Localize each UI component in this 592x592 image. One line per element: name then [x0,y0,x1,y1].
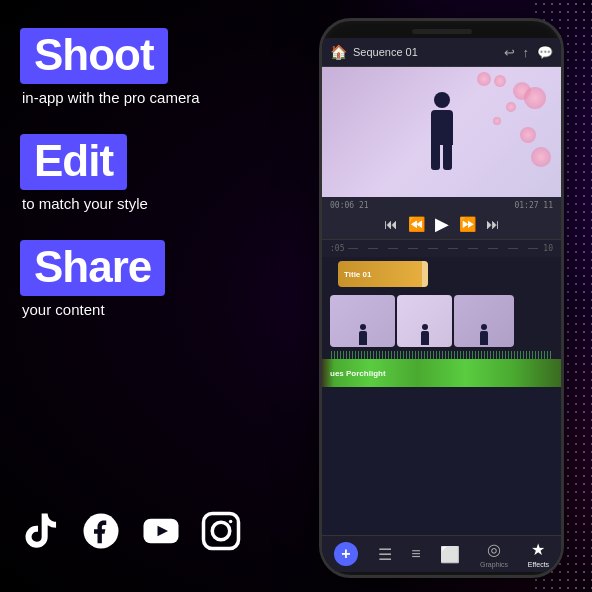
edit-block: Edit to match your style [20,134,260,230]
home-icon[interactable]: 🏠 [330,44,347,60]
vt-figure-3 [480,324,488,345]
video-preview [322,67,561,197]
title-clip-handle[interactable] [422,261,428,287]
video-clip-2[interactable] [397,295,452,347]
effects-label: Effects [528,561,549,568]
youtube-icon[interactable] [140,510,182,552]
tool-item-1[interactable]: ≡ [411,545,420,563]
bubble-8 [493,117,501,125]
frame-forward-icon[interactable]: ⏩ [459,216,476,232]
color-icon[interactable]: ⬜ [440,545,460,564]
current-time: 00:06 21 [330,201,369,210]
ruler-label-2: 10 [543,244,553,253]
sil-body [431,110,453,145]
left-panel: Shoot in-app with the pro camera Edit to… [0,0,280,592]
svg-point-5 [229,520,233,524]
bubble-4 [477,72,491,86]
bubble-7 [531,147,551,167]
video-clip-3[interactable] [454,295,514,347]
add-button[interactable]: + [334,542,358,566]
time-row: 00:06 21 01:27 11 [330,201,553,210]
tool-item-effects[interactable]: ★ Effects [528,540,549,568]
share-label: Share [20,240,165,296]
sequence-title: Sequence 01 [353,46,498,58]
share-sublabel: your content [20,301,260,318]
skip-forward-icon[interactable]: ⏭ [486,216,500,232]
transport-bar: 00:06 21 01:27 11 ⏮ ⏪ ▶ ⏩ ⏭ [322,197,561,239]
shoot-sublabel: in-app with the pro camera [20,89,260,106]
ruler-line [348,248,539,249]
video-waveform [330,351,553,359]
vt-figure-2 [421,324,429,345]
audio-track-label: ues Porchlight [330,369,386,378]
sil-head [434,92,450,108]
bubble-3 [524,87,546,109]
header-actions: ↩ ↑ 💬 [504,45,554,60]
tool-item-2[interactable]: ⬜ [440,545,460,564]
app-screen: 🏠 Sequence 01 ↩ ↑ 💬 [322,38,561,572]
shoot-block: Shoot in-app with the pro camera [20,28,260,124]
title-clip[interactable]: Title 01 [338,261,428,287]
bubble-2 [494,75,506,87]
bubble-6 [520,127,536,143]
bubble-5 [506,102,516,112]
edit-label: Edit [20,134,127,190]
sil-leg-left [431,145,440,170]
effects-icon[interactable]: ★ [531,540,545,559]
facebook-icon[interactable] [80,510,122,552]
svg-rect-3 [204,514,239,549]
shoot-label: Shoot [20,28,168,84]
tiktok-icon[interactable] [20,510,62,552]
vt-head-2 [422,324,428,330]
instagram-icon[interactable] [200,510,242,552]
sil-leg-right [443,145,452,170]
vt-head-1 [360,324,366,330]
graphics-icon[interactable]: ◎ [487,540,501,559]
share-icon[interactable]: ↑ [523,45,530,60]
sil-legs [422,145,462,170]
svg-point-4 [212,522,230,540]
vt-figure-1 [359,324,367,345]
back-icon[interactable]: ↩ [504,45,515,60]
video-track [322,291,561,351]
person-silhouette [422,92,462,172]
app-header: 🏠 Sequence 01 ↩ ↑ 💬 [322,38,561,67]
title-clip-label: Title 01 [344,270,371,279]
trim-icon[interactable]: ≡ [411,545,420,563]
phone-mockup: 🏠 Sequence 01 ↩ ↑ 💬 [319,18,564,578]
controls-row: ⏮ ⏪ ▶ ⏩ ⏭ [330,213,553,235]
bottom-toolbar: + ☰ ≡ ⬜ ◎ Graphics ★ Effects [322,535,561,572]
share-block: Share your content [20,240,260,336]
title-track: Title 01 [322,257,561,291]
tool-item-graphics[interactable]: ◎ Graphics [480,540,508,568]
graphics-label: Graphics [480,561,508,568]
timeline-ruler: :05 10 [322,239,561,257]
media-icon[interactable]: ☰ [378,545,392,564]
frame-back-icon[interactable]: ⏪ [408,216,425,232]
vt-body-3 [480,331,488,345]
vt-head-3 [481,324,487,330]
vt-body-1 [359,331,367,345]
tool-item-0[interactable]: ☰ [378,545,392,564]
ruler-label-1: :05 [330,244,344,253]
total-time: 01:27 11 [514,201,553,210]
play-icon[interactable]: ▶ [435,213,449,235]
audio-track: ues Porchlight [322,359,561,387]
video-clip-1[interactable] [330,295,395,347]
edit-sublabel: to match your style [20,195,260,212]
video-waveform-track [322,351,561,359]
social-icons-row [20,510,242,552]
chat-icon[interactable]: 💬 [537,45,553,60]
add-tool[interactable]: + [334,542,358,566]
vt-body-2 [421,331,429,345]
phone-speaker [412,29,472,34]
phone-outer: 🏠 Sequence 01 ↩ ↑ 💬 [319,18,564,578]
preview-inner [322,67,561,197]
skip-back-icon[interactable]: ⏮ [384,216,398,232]
